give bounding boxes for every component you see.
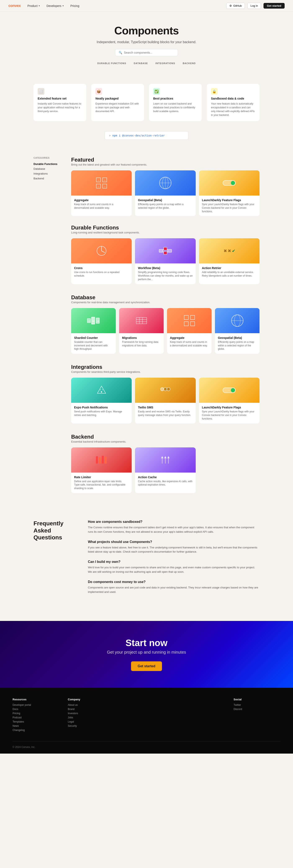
nav-pricing[interactable]: Pricing [70,4,79,7]
twilio-sms-card[interactable]: Twilio SMS Easily send and receive SMS v… [135,378,195,423]
tag-database[interactable]: DATABASE [132,61,150,65]
svg-rect-64 [102,456,104,464]
svg-point-51 [101,391,102,393]
footer-link-templates[interactable]: Templates [12,720,60,723]
fh-title-1: Neatly packaged [96,97,140,100]
faq-q-3: Do components cost money to use? [88,580,259,584]
migrations-card[interactable]: Migrations Framework for long running da… [119,308,164,354]
featured-title: Featured [71,157,259,163]
crons-card[interactable]: Crons Use crons to run functions on a re… [71,238,132,284]
featured-card-title-0: Aggregate [74,198,129,202]
sidebar-item-integrations[interactable]: Integrations [34,171,63,176]
featured-card-body-2: LaunchDarkly Feature Flags Sync your Lau… [199,195,259,216]
search-input[interactable] [124,51,174,54]
tag-integrations[interactable]: INTEGRATIONS [153,61,177,65]
expo-push-card[interactable]: Expo Push Notifications Send push notifi… [71,378,132,423]
feature-highlights: ⬜ Extended feature set Instantly add Con… [21,84,272,131]
footer-link-discord[interactable]: Discord [233,708,281,711]
svg-text:→: → [228,390,230,392]
rate-limiter-card[interactable]: Rate Limiter Define and use application-… [71,447,132,493]
svg-rect-43 [184,315,188,319]
footer-link-about[interactable]: About us [68,704,115,706]
fh-title-0: Extended feature set [38,97,82,100]
faq-a-0: The Convex runtime ensures that the comp… [88,525,259,534]
action-retrier-desc: Add reliability to an unreliable externa… [202,271,257,278]
geospatial-card[interactable]: Geospatial (Beta) Efficiently query poin… [215,308,259,354]
faq-a-1: If you see a feature listed above, feel … [88,546,259,554]
svg-point-60 [231,388,235,392]
featured-card-title-2: LaunchDarkly Feature Flags [202,198,257,202]
logo[interactable]: convex [8,4,21,8]
footer: Resources Developer portal Docs Pricing … [0,688,293,753]
footer-link-twitter[interactable]: Twitter [233,704,281,706]
rate-limiter-desc: Define and use application-layer rate li… [74,480,129,490]
cta-button[interactable]: Get started [131,661,162,671]
svg-text:□: □ [104,186,105,188]
svg-line-17 [102,251,105,252]
sharded-counter-card[interactable]: +27+34+43 Sharded Counter Scalable count… [71,308,116,354]
svg-rect-44 [190,315,195,319]
footer-link-legal[interactable]: Legal [68,720,115,723]
packaged-icon: 📦 [96,88,102,95]
sidebar-item-database[interactable]: Database [34,166,63,171]
featured-card-image-2: → [199,170,259,195]
tag-durable[interactable]: DURABLE FUNCTIONS [95,61,128,65]
backend-subtitle: Essential backend infrastructure compone… [71,440,259,443]
sidebar-item-durable-functions[interactable]: Durable Functions [34,162,63,166]
integrations-title: Integrations [71,364,259,370]
footer-link-pricing[interactable]: Pricing [12,712,60,715]
nav-developers[interactable]: Developers ▾ [46,4,64,7]
launchdarkly-card[interactable]: → LaunchDarkly Feature Flags Sync your L… [199,378,259,423]
faq-q-2: Can I build my own? [88,560,259,564]
fh-card-1: 📦 Neatly packaged Experience elegant ins… [91,84,144,121]
footer-link-changelog[interactable]: Changelog [12,728,60,732]
svg-point-54 [160,388,164,391]
footer-link-docs[interactable]: Docs [12,708,60,711]
footer-link-jobs[interactable]: Jobs [68,716,115,719]
footer-link-podcast[interactable]: Podcast [12,716,60,719]
rate-limiter-title: Rate Limiter [74,475,129,479]
footer-col-company-title: Company [68,698,115,701]
tag-backend[interactable]: BACKEND [181,61,198,65]
featured-card-0[interactable]: +□□□ Aggregate Keep track of sums and co… [71,170,132,216]
svg-rect-45 [184,322,188,326]
footer-link-investors[interactable]: Investors [68,712,115,715]
action-cache-card[interactable]: Action Cache Cache action results, like … [135,447,195,493]
cta-title: Start now [8,638,285,648]
svg-text:+27: +27 [88,320,90,322]
launchdarkly-title: LaunchDarkly Feature Flags [202,406,257,409]
aggregate-title: Aggregate [170,336,209,340]
github-button[interactable]: ⚙ GitHub [226,3,245,9]
svg-point-13 [231,181,235,185]
svg-rect-21 [168,249,172,252]
durable-functions-heading: Durable Functions Long-running and resil… [71,224,259,234]
footer-link-developer-portal[interactable]: Developer portal [12,704,60,706]
action-retrier-card[interactable]: ✖✖✔ Action Retrier Add reliability to an… [199,238,259,284]
footer-col-empty-2 [178,698,225,733]
nav-product[interactable]: Product ▾ [28,4,40,7]
svg-point-56 [167,388,170,391]
featured-subtitle: Bring out the latest and greatest with o… [71,163,259,166]
get-started-button[interactable]: Get started [263,3,285,8]
sharded-counter-title: Sharded Counter [74,336,113,340]
faq-right: How are components sandboxed? The Convex… [88,520,259,600]
featured-card-2[interactable]: → LaunchDarkly Feature Flags Sync your L… [199,170,259,216]
featured-card-desc-0: Keep track of sums and counts in a denor… [74,203,129,210]
footer-col-company: Company About us Brand Investors Jobs Le… [68,698,115,733]
sidebar-item-backend[interactable]: Backend [34,176,63,181]
aggregate-card[interactable]: Aggregate Keep track of sums and counts … [167,308,212,354]
footer-col-empty-1 [123,698,170,733]
footer-col-resources-title: Resources [12,698,60,701]
faq-a-2: We'd love for you to build your own comp… [88,565,259,574]
featured-card-body-1: Geospatial (Beta) Efficiently query poin… [135,195,195,213]
rate-limiter-image [71,447,132,472]
footer-link-news[interactable]: News [12,724,60,727]
featured-card-1[interactable]: Geospatial (Beta) Efficiently query poin… [135,170,195,216]
integrations-grid: Expo Push Notifications Send push notifi… [71,378,259,423]
login-button[interactable]: Log in [247,3,261,9]
svg-rect-19 [164,247,167,250]
footer-link-security[interactable]: Security [68,724,115,727]
footer-link-brand[interactable]: Brand [68,708,115,711]
search-bar[interactable]: 🔍 [115,49,178,56]
workflow-card[interactable]: Workflow (Beta) Simplify programming lon… [135,238,195,284]
